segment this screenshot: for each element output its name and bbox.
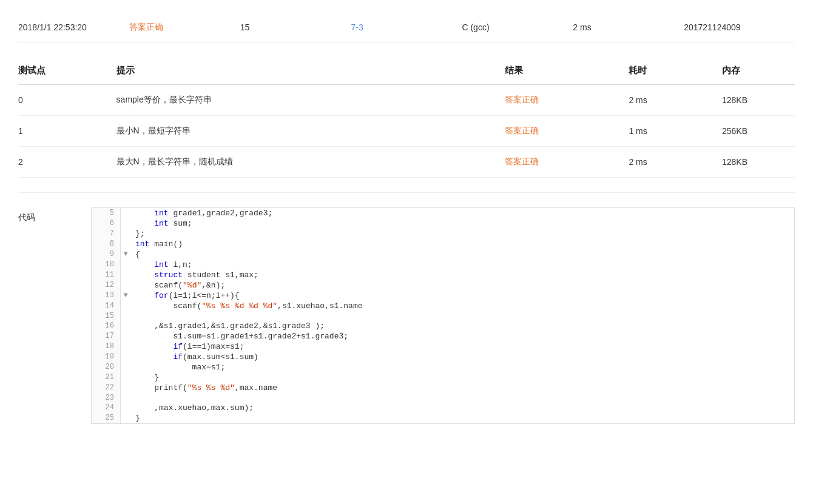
line-code: int sum; (130, 218, 794, 229)
cell-hint-1: 最小N，最短字符串 (112, 116, 500, 147)
line-number: 12 (92, 280, 121, 291)
cell-time-0: 2 ms (624, 84, 717, 116)
table-header-row: 测试点 提示 结果 耗时 内存 (18, 58, 795, 84)
line-code: }; (130, 229, 794, 239)
line-number: 8 (92, 239, 121, 249)
line-number: 15 (92, 311, 121, 321)
table-row: 1 最小N，最短字符串 答案正确 1 ms 256KB (18, 116, 795, 147)
code-line: 23 (92, 393, 794, 403)
line-number: 20 (92, 362, 121, 372)
cell-memory-1: 256KB (717, 116, 795, 147)
line-number: 22 (92, 383, 121, 393)
line-arrow (121, 393, 130, 403)
line-number: 11 (92, 270, 121, 280)
submission-user: 201721124009 (684, 22, 795, 32)
cell-hint-0: sample等价，最长字符串 (112, 84, 500, 116)
code-line: 5 int grade1,grade2,grade3; (92, 208, 794, 218)
line-arrow (121, 372, 130, 383)
line-arrow (121, 229, 130, 239)
line-arrow (121, 413, 130, 423)
col-header-testpoint: 测试点 (18, 58, 112, 84)
code-line: 10 int i,n; (92, 260, 794, 270)
code-line: 24 ,max.xuehao,max.sum); (92, 403, 794, 413)
table-row: 2 最大N，最长字符串，随机成绩 答案正确 2 ms 128KB (18, 147, 795, 178)
line-number: 25 (92, 413, 121, 423)
code-line: 18 if(i==1)max=s1; (92, 341, 794, 352)
cell-id-0: 0 (18, 84, 112, 116)
line-code: int grade1,grade2,grade3; (130, 208, 794, 218)
line-code: int i,n; (130, 260, 794, 270)
cell-memory-2: 128KB (717, 147, 795, 178)
line-number: 10 (92, 260, 121, 270)
submission-info-row: 2018/1/1 22:53:20 答案正确 15 7-3 C (gcc) 2 … (18, 12, 795, 43)
code-line: 21 } (92, 372, 794, 383)
line-number: 24 (92, 403, 121, 413)
line-code: scanf("%d",&n); (130, 280, 794, 291)
code-line: 22 printf("%s %s %d",max.name (92, 383, 794, 393)
submission-language: C (gcc) (462, 22, 573, 32)
code-section: 代码 5 int grade1,grade2,grade3;6 int sum;… (18, 192, 795, 424)
code-inner: 5 int grade1,grade2,grade3;6 int sum;7};… (92, 208, 794, 423)
line-arrow (121, 260, 130, 270)
col-header-hint: 提示 (112, 58, 500, 84)
line-code: ,&s1.grade1,&s1.grade2,&s1.grade3 ); (130, 321, 794, 331)
code-line: 9▼{ (92, 249, 794, 260)
code-line: 15 (92, 311, 794, 321)
code-line: 19 if(max.sum<s1.sum) (92, 352, 794, 362)
line-arrow (121, 321, 130, 331)
test-points-table: 测试点 提示 结果 耗时 内存 0 sample等价，最长字符串 答案正确 2 … (18, 58, 795, 178)
cell-hint-2: 最大N，最长字符串，随机成绩 (112, 147, 500, 178)
line-number: 23 (92, 393, 121, 403)
line-number: 7 (92, 229, 121, 239)
line-arrow (121, 280, 130, 291)
line-number: 6 (92, 218, 121, 229)
line-code: int main() (130, 239, 794, 249)
line-arrow (121, 239, 130, 249)
line-number: 14 (92, 301, 121, 311)
code-block[interactable]: 5 int grade1,grade2,grade3;6 int sum;7};… (91, 207, 795, 424)
submission-time: 2 ms (573, 22, 684, 32)
line-code (130, 311, 794, 321)
cell-result-2: 答案正确 (500, 147, 624, 178)
line-code: max=s1; (130, 362, 794, 372)
line-number: 21 (92, 372, 121, 383)
line-arrow (121, 301, 130, 311)
col-header-result: 结果 (500, 58, 624, 84)
page-container: 2018/1/1 22:53:20 答案正确 15 7-3 C (gcc) 2 … (0, 0, 813, 436)
line-code (130, 393, 794, 403)
line-code: printf("%s %s %d",max.name (130, 383, 794, 393)
line-code: } (130, 413, 794, 423)
line-number: 16 (92, 321, 121, 331)
submission-score: 15 (240, 22, 351, 32)
line-code: if(max.sum<s1.sum) (130, 352, 794, 362)
submission-problem[interactable]: 7-3 (351, 22, 462, 32)
line-arrow (121, 341, 130, 352)
cell-memory-0: 128KB (717, 84, 795, 116)
code-line: 20 max=s1; (92, 362, 794, 372)
col-header-time: 耗时 (624, 58, 717, 84)
line-arrow (121, 331, 130, 341)
code-line: 25} (92, 413, 794, 423)
line-code: ,max.xuehao,max.sum); (130, 403, 794, 413)
line-arrow (121, 403, 130, 413)
code-line: 17 s1.sum=s1.grade1+s1.grade2+s1.grade3; (92, 331, 794, 341)
line-number: 18 (92, 341, 121, 352)
line-arrow (121, 311, 130, 321)
line-arrow (121, 383, 130, 393)
line-code: s1.sum=s1.grade1+s1.grade2+s1.grade3; (130, 331, 794, 341)
line-code: struct student s1,max; (130, 270, 794, 280)
cell-time-2: 2 ms (624, 147, 717, 178)
cell-time-1: 1 ms (624, 116, 717, 147)
code-line: 12 scanf("%d",&n); (92, 280, 794, 291)
line-arrow (121, 270, 130, 280)
code-line: 13▼ for(i=1;i<=n;i++){ (92, 291, 794, 301)
line-number: 9 (92, 249, 121, 260)
code-line: 6 int sum; (92, 218, 794, 229)
code-line: 11 struct student s1,max; (92, 270, 794, 280)
line-code: } (130, 372, 794, 383)
line-code: scanf("%s %s %d %d %d",s1.xuehao,s1.name (130, 301, 794, 311)
line-number: 5 (92, 208, 121, 218)
line-number: 19 (92, 352, 121, 362)
cell-id-2: 2 (18, 147, 112, 178)
col-header-memory: 内存 (717, 58, 795, 84)
